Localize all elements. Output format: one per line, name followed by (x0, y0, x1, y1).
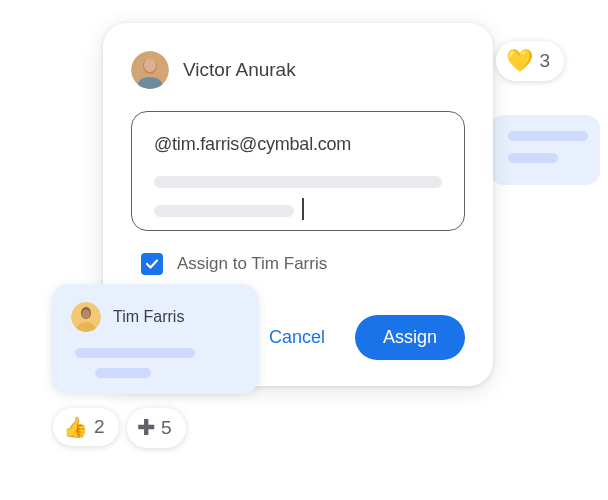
text-cursor (302, 198, 304, 220)
author-row: Victor Anurak (131, 51, 465, 89)
cancel-button[interactable]: Cancel (251, 317, 343, 358)
reaction-count: 5 (161, 417, 172, 439)
assign-button[interactable]: Assign (355, 315, 465, 360)
placeholder-line (508, 131, 588, 141)
svg-point-5 (82, 310, 90, 319)
thumbs-up-icon: 👍 (63, 415, 88, 439)
plus-icon: ✚ (137, 415, 155, 441)
assign-row: Assign to Tim Farris (141, 253, 465, 275)
heart-icon: 💛 (506, 48, 533, 74)
placeholder-line (508, 153, 558, 163)
reaction-add[interactable]: ✚ 5 (127, 408, 186, 448)
suggestion-card[interactable]: Tim Farris (51, 284, 259, 394)
suggestion-name: Tim Farris (113, 308, 184, 326)
assign-label: Assign to Tim Farris (177, 254, 327, 274)
placeholder-line (75, 348, 195, 358)
mention-text: @tim.farris@cymbal.com (154, 134, 442, 155)
reaction-thumbs[interactable]: 👍 2 (53, 408, 119, 446)
background-comment-card (490, 115, 600, 185)
placeholder-line (95, 368, 151, 378)
avatar (71, 302, 101, 332)
svg-point-2 (144, 58, 156, 72)
assign-checkbox[interactable] (141, 253, 163, 275)
reaction-count: 3 (539, 50, 550, 72)
comment-input[interactable]: @tim.farris@cymbal.com (131, 111, 465, 231)
placeholder-line (154, 205, 294, 217)
author-name: Victor Anurak (183, 59, 296, 81)
reaction-count: 2 (94, 416, 105, 438)
avatar (131, 51, 169, 89)
placeholder-line (154, 176, 442, 188)
check-icon (145, 257, 159, 271)
reaction-heart[interactable]: 💛 3 (496, 41, 564, 81)
dialog-buttons: Cancel Assign (251, 315, 465, 360)
